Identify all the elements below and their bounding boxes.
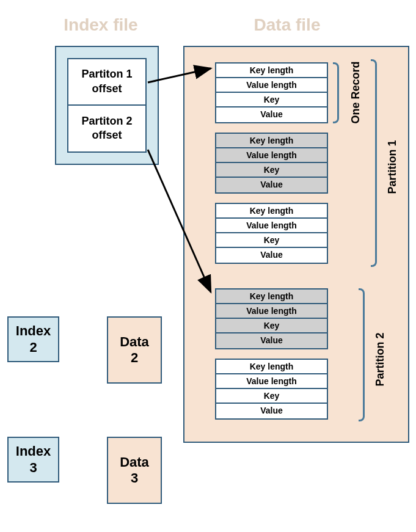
data-file-header: Data file — [244, 15, 330, 35]
index-3-l1: Index — [16, 443, 51, 459]
record-row-key: Key — [216, 233, 327, 248]
index-3-l2: 3 — [29, 460, 37, 476]
record-row-value-length: Value length — [216, 374, 327, 389]
one-record-label: One Record — [349, 63, 362, 124]
record-row-key-length: Key length — [216, 360, 327, 374]
record-1: Key length Value length Key Value — [215, 62, 328, 123]
record-row-value: Value — [216, 178, 327, 192]
p2-line1: Partiton 2 — [81, 114, 132, 128]
record-row-value-length: Value length — [216, 219, 327, 233]
data-2-l2: 2 — [131, 350, 138, 366]
index-2-l1: Index — [16, 323, 51, 339]
index-entries: Partiton 1 offset Partiton 2 offset — [67, 58, 147, 153]
record-row-key-length: Key length — [216, 204, 327, 219]
record-row-key-length: Key length — [216, 134, 327, 148]
record-row-key: Key — [216, 163, 327, 178]
data-2-l1: Data — [120, 334, 149, 350]
data-3-box: Data 3 — [107, 437, 162, 504]
record-row-value-length: Value length — [216, 148, 327, 163]
partition-2-offset: Partiton 2 offset — [68, 106, 145, 152]
record-2: Key length Value length Key Value — [215, 133, 328, 194]
data-file-box: Key length Value length Key Value Key le… — [183, 46, 409, 443]
data-3-l2: 3 — [131, 470, 138, 486]
partition-1-label: Partition 1 — [386, 133, 399, 194]
record-row-key-length: Key length — [216, 290, 327, 304]
record-row-value: Value — [216, 333, 327, 348]
record-row-key: Key — [216, 389, 327, 404]
p1-line1: Partiton 1 — [81, 67, 132, 81]
p2-line2: offset — [92, 128, 122, 142]
data-2-box: Data 2 — [107, 316, 162, 384]
partition-2-brace — [359, 288, 365, 421]
index-file-header: Index file — [58, 15, 144, 35]
record-row-value: Value — [216, 248, 327, 263]
p1-line2: offset — [92, 82, 122, 96]
record-3: Key length Value length Key Value — [215, 203, 328, 264]
one-record-brace — [333, 62, 339, 123]
record-row-value: Value — [216, 404, 327, 418]
partition-1-offset: Partiton 1 offset — [68, 59, 145, 106]
partition-1-brace — [371, 59, 377, 267]
index-file-box: Partiton 1 offset Partiton 2 offset — [55, 46, 159, 165]
record-row-value: Value — [216, 107, 327, 122]
record-4: Key length Value length Key Value — [215, 288, 328, 349]
record-row-value-length: Value length — [216, 304, 327, 319]
index-2-l2: 2 — [29, 340, 37, 355]
index-2-box: Index 2 — [7, 316, 59, 362]
record-row-key-length: Key length — [216, 64, 327, 78]
record-row-key: Key — [216, 319, 327, 333]
record-5: Key length Value length Key Value — [215, 359, 328, 420]
record-row-value-length: Value length — [216, 78, 327, 93]
index-3-box: Index 3 — [7, 437, 59, 483]
data-3-l1: Data — [120, 454, 149, 470]
record-row-key: Key — [216, 93, 327, 107]
partition-2-label: Partition 2 — [374, 326, 387, 387]
